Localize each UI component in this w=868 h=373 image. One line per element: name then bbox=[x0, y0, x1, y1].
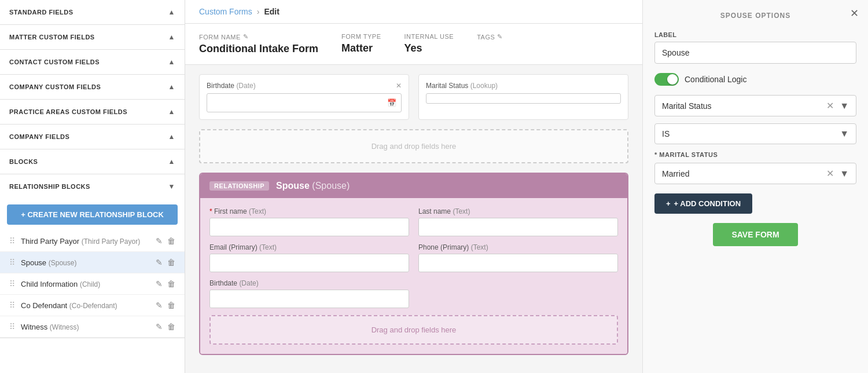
married-select[interactable]: Married ✕ ▼ bbox=[654, 163, 856, 184]
delete-icon-child[interactable]: 🗑 bbox=[167, 279, 175, 288]
drag-handle-icon: ⠿ bbox=[9, 236, 15, 246]
meta-form-type: FORM TYPE Matter bbox=[341, 33, 381, 54]
rel-field-birthdate: Birthdate (Date) bbox=[209, 279, 409, 308]
drag-handle-icon-spouse: ⠿ bbox=[9, 258, 15, 267]
sidebar-item-company-fields[interactable]: COMPANY FIELDS ▲ bbox=[0, 125, 185, 149]
first-name-input[interactable] bbox=[209, 218, 409, 236]
marital-status-input[interactable] bbox=[426, 93, 621, 104]
phone-input[interactable] bbox=[418, 254, 618, 272]
list-item-co-defendant[interactable]: ⠿ Co Defendant (Co-Defendant) ✎ 🗑 bbox=[0, 295, 185, 316]
create-relationship-block-button[interactable]: + CREATE NEW RELATIONSHIP BLOCK bbox=[7, 204, 178, 225]
relationship-sub-spouse: (Spouse) bbox=[312, 181, 350, 191]
item-sub-third-party-payor: (Third Party Payor) bbox=[82, 237, 140, 246]
rel-field-empty bbox=[418, 279, 618, 308]
main-content: Custom Forms › Edit FORM NAME ✎ Conditio… bbox=[185, 0, 642, 373]
email-input[interactable] bbox=[209, 254, 409, 272]
sidebar-item-relationship-blocks[interactable]: RELATIONSHIP BLOCKS ▼ bbox=[0, 174, 185, 199]
edit-icon-witness[interactable]: ✎ bbox=[156, 322, 163, 331]
field-row-1: Birthdate (Date) ✕ 📅 Marital Status (Loo… bbox=[199, 74, 628, 120]
close-button[interactable]: ✕ bbox=[850, 7, 859, 20]
item-label-spouse: Spouse bbox=[21, 258, 46, 267]
calendar-icon: 📅 bbox=[387, 98, 396, 107]
field-box-birthdate: Birthdate (Date) ✕ 📅 bbox=[199, 74, 409, 120]
sidebar-section-contact-custom-fields: CONTACT CUSTOM FIELDS ▲ bbox=[0, 50, 185, 75]
last-name-input[interactable] bbox=[418, 218, 618, 236]
edit-icon-spouse[interactable]: ✎ bbox=[156, 258, 163, 267]
chevron-down-icon-condition[interactable]: ▼ bbox=[840, 129, 849, 139]
right-panel: ✕ SPOUSE OPTIONS LABEL Conditional Logic… bbox=[642, 0, 868, 373]
internal-use-value: Yes bbox=[404, 42, 454, 54]
sidebar-item-contact-custom-fields[interactable]: CONTACT CUSTOM FIELDS ▲ bbox=[0, 50, 185, 74]
chevron-down-icon-marital-status[interactable]: ▼ bbox=[840, 101, 849, 111]
sidebar-section-company-custom-fields: COMPANY CUSTOM FIELDS ▲ bbox=[0, 75, 185, 100]
relationship-header-spouse: RELATIONSHIP Spouse (Spouse) bbox=[200, 174, 627, 198]
sidebar-label-matter-custom-fields: MATTER CUSTOM FIELDS bbox=[9, 34, 95, 41]
sidebar-item-standard-fields[interactable]: STANDARD FIELDS ▲ bbox=[0, 0, 185, 24]
chevron-up-icon-blocks: ▲ bbox=[168, 158, 175, 166]
item-sub-co-defendant: (Co-Defendant) bbox=[69, 302, 117, 310]
birthdate-input[interactable]: 📅 bbox=[207, 93, 402, 112]
birthdate-label: Birthdate bbox=[207, 82, 234, 90]
marital-status-type: (Lookup) bbox=[470, 82, 498, 90]
sidebar-section-relationship-blocks: RELATIONSHIP BLOCKS ▼ + CREATE NEW RELAT… bbox=[0, 174, 185, 338]
marital-status-select[interactable]: Marital Status ✕ ▼ bbox=[654, 95, 856, 116]
rel-birthdate-input[interactable] bbox=[209, 290, 409, 308]
condition-operator-select[interactable]: IS ▼ bbox=[654, 123, 856, 144]
form-type-value: Matter bbox=[341, 42, 381, 54]
delete-icon-spouse[interactable]: 🗑 bbox=[167, 258, 175, 267]
item-sub-child: (Child) bbox=[80, 280, 100, 288]
sidebar-label-blocks: BLOCKS bbox=[9, 158, 38, 165]
label-input[interactable] bbox=[654, 42, 856, 64]
edit-icon-form-name[interactable]: ✎ bbox=[243, 33, 249, 41]
drag-handle-icon-co-defendant: ⠿ bbox=[9, 301, 15, 310]
label-field-label: LABEL bbox=[654, 31, 856, 38]
edit-icon-tags[interactable]: ✎ bbox=[497, 33, 503, 41]
clear-married-icon[interactable]: ✕ bbox=[826, 168, 834, 179]
drop-zone-1: Drag and drop fields here bbox=[199, 129, 628, 163]
sidebar-item-blocks[interactable]: BLOCKS ▲ bbox=[0, 149, 185, 174]
sidebar: STANDARD FIELDS ▲ MATTER CUSTOM FIELDS ▲… bbox=[0, 0, 185, 373]
delete-icon-third-party-payor[interactable]: 🗑 bbox=[167, 236, 175, 246]
chevron-up-icon-matter: ▲ bbox=[168, 33, 175, 41]
sidebar-label-contact-custom-fields: CONTACT CUSTOM FIELDS bbox=[9, 58, 100, 65]
close-icon-birthdate[interactable]: ✕ bbox=[396, 82, 402, 90]
delete-icon-witness[interactable]: 🗑 bbox=[167, 322, 175, 331]
list-item-third-party-payor[interactable]: ⠿ Third Party Payor (Third Party Payor) … bbox=[0, 231, 185, 252]
sidebar-item-matter-custom-fields[interactable]: MATTER CUSTOM FIELDS ▲ bbox=[0, 25, 185, 49]
relationship-body-spouse: * First name (Text) Last name (Text) bbox=[200, 198, 627, 354]
chevron-down-icon-married[interactable]: ▼ bbox=[840, 169, 849, 179]
sidebar-label-practice-areas-custom-fields: PRACTICE AREAS CUSTOM FIELDS bbox=[9, 108, 127, 115]
add-condition-button[interactable]: + + ADD CONDITION bbox=[654, 193, 752, 214]
breadcrumb-parent[interactable]: Custom Forms bbox=[199, 7, 252, 16]
marital-status-label: Marital Status bbox=[426, 82, 468, 90]
rel-field-row-name: * First name (Text) Last name (Text) bbox=[209, 207, 618, 236]
sidebar-label-company-custom-fields: COMPANY CUSTOM FIELDS bbox=[9, 83, 101, 90]
sidebar-item-practice-areas-custom-fields[interactable]: PRACTICE AREAS CUSTOM FIELDS ▲ bbox=[0, 100, 185, 124]
first-name-label: First name bbox=[214, 207, 247, 215]
sidebar-item-company-custom-fields[interactable]: COMPANY CUSTOM FIELDS ▲ bbox=[0, 75, 185, 99]
list-item-spouse[interactable]: ⠿ Spouse (Spouse) ✎ 🗑 bbox=[0, 252, 185, 273]
edit-icon-co-defendant[interactable]: ✎ bbox=[156, 301, 163, 310]
breadcrumb-separator: › bbox=[257, 7, 260, 16]
item-label-third-party-payor: Third Party Payor bbox=[21, 237, 79, 246]
marital-status-section-label: * MARITAL STATUS bbox=[654, 151, 856, 158]
email-label: Email (Primary) bbox=[209, 243, 258, 251]
conditional-logic-toggle[interactable] bbox=[654, 73, 679, 86]
list-item-witness[interactable]: ⠿ Witness (Witness) ✎ 🗑 bbox=[0, 316, 185, 338]
list-item-child-information[interactable]: ⠿ Child Information (Child) ✎ 🗑 bbox=[0, 273, 185, 295]
delete-icon-co-defendant[interactable]: 🗑 bbox=[167, 301, 175, 310]
chevron-up-icon-company: ▲ bbox=[168, 83, 175, 91]
breadcrumb: Custom Forms › Edit bbox=[185, 0, 642, 24]
condition-operator-value: IS bbox=[662, 129, 670, 138]
clear-marital-status-icon[interactable]: ✕ bbox=[826, 100, 834, 111]
chevron-up-icon: ▲ bbox=[168, 8, 175, 16]
meta-tags: TAGS ✎ bbox=[477, 33, 503, 41]
item-sub-witness: (Witness) bbox=[50, 323, 79, 331]
form-name-label: FORM NAME ✎ bbox=[199, 33, 318, 41]
save-form-button[interactable]: SAVE FORM bbox=[713, 223, 797, 246]
meta-form-name: FORM NAME ✎ Conditional Intake Form bbox=[199, 33, 318, 55]
edit-icon-third-party-payor[interactable]: ✎ bbox=[156, 236, 163, 246]
edit-icon-child[interactable]: ✎ bbox=[156, 279, 163, 288]
conditional-logic-toggle-row: Conditional Logic bbox=[654, 73, 856, 86]
sidebar-label-relationship-blocks: RELATIONSHIP BLOCKS bbox=[9, 183, 90, 190]
